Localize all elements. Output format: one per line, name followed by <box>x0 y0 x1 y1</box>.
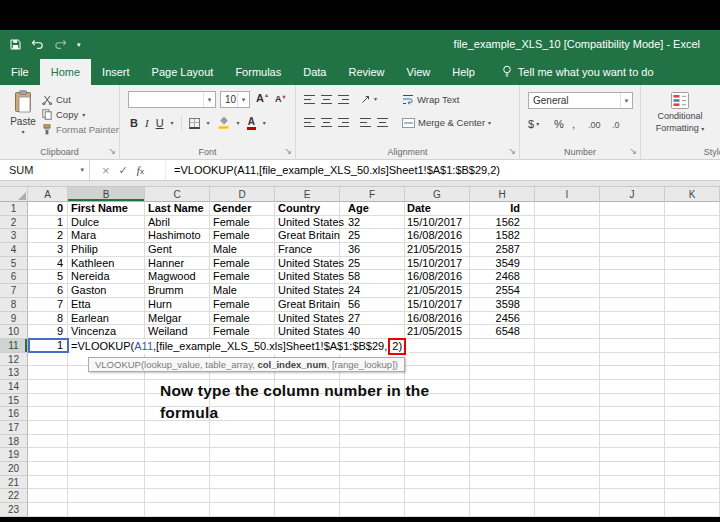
number-format-combo[interactable]: General ▾ <box>528 92 633 109</box>
cell-D19[interactable] <box>210 448 275 462</box>
decrease-font-size-button[interactable]: A▾ <box>275 94 286 104</box>
format-painter-button[interactable]: Format Painter <box>42 124 119 135</box>
orientation-button[interactable]: ▾ <box>360 93 377 105</box>
bold-button[interactable]: B <box>130 117 138 129</box>
cancel-icon[interactable]: × <box>102 164 110 177</box>
increase-decimal-button[interactable]: .00 <box>588 120 601 130</box>
cell-K22[interactable] <box>665 489 720 503</box>
cell-C7[interactable]: Brumm <box>145 284 210 298</box>
cell-A19[interactable] <box>28 448 68 462</box>
cell-C22[interactable] <box>145 489 210 503</box>
cell-C9[interactable]: Melgar <box>145 312 210 326</box>
cell-I18[interactable] <box>535 435 600 449</box>
row-header-9[interactable]: 9 <box>0 312 28 326</box>
cell-F9[interactable]: 27 <box>340 312 405 326</box>
row-header-11[interactable]: 11 <box>0 339 28 353</box>
row-header-17[interactable]: 17 <box>0 421 28 435</box>
cell-H5[interactable]: 3549 <box>470 257 535 271</box>
name-box[interactable]: SUM ▾ <box>0 160 90 180</box>
cell-I6[interactable] <box>535 270 600 284</box>
cell-K1[interactable] <box>665 202 720 216</box>
cell-G19[interactable] <box>405 448 470 462</box>
italic-button[interactable]: I <box>145 117 149 129</box>
row-header-23[interactable]: 23 <box>0 503 28 517</box>
cell-A10[interactable]: 9 <box>28 325 68 339</box>
cell-C21[interactable] <box>145 476 210 490</box>
cell-D23[interactable] <box>210 503 275 517</box>
cell-J11[interactable] <box>600 339 665 353</box>
decrease-indent-button[interactable] <box>360 118 371 127</box>
cell-H22[interactable] <box>470 489 535 503</box>
cell-A12[interactable] <box>28 353 68 367</box>
cell-D7[interactable]: Male <box>210 284 275 298</box>
cell-C20[interactable] <box>145 462 210 476</box>
cell-A15[interactable] <box>28 394 68 408</box>
cell-B7[interactable]: Gaston <box>68 284 145 298</box>
cell-J16[interactable] <box>600 407 665 421</box>
row-header-20[interactable]: 20 <box>0 462 28 476</box>
cell-F19[interactable] <box>340 448 405 462</box>
tab-data[interactable]: Data <box>292 59 337 85</box>
cell-I4[interactable] <box>535 243 600 257</box>
increase-indent-button[interactable] <box>377 118 388 127</box>
cell-K4[interactable] <box>665 243 720 257</box>
cell-B9[interactable]: Earlean <box>68 312 145 326</box>
tab-home[interactable]: Home <box>40 59 91 85</box>
column-header-H[interactable]: H <box>470 187 535 202</box>
borders-icon[interactable] <box>189 118 200 129</box>
wrap-text-button[interactable]: Wrap Text <box>402 94 459 105</box>
cell-K13[interactable] <box>665 366 720 380</box>
fill-color-icon[interactable] <box>217 117 230 129</box>
cell-F3[interactable]: 25 <box>340 229 405 243</box>
cell-I8[interactable] <box>535 298 600 312</box>
cell-J9[interactable] <box>600 312 665 326</box>
cell-F7[interactable]: 24 <box>340 284 405 298</box>
cell-H2[interactable]: 1562 <box>470 216 535 230</box>
cell-B2[interactable]: Dulce <box>68 216 145 230</box>
cell-F20[interactable] <box>340 462 405 476</box>
row-header-18[interactable]: 18 <box>0 435 28 449</box>
cell-E2[interactable]: United States <box>275 216 340 230</box>
cell-K2[interactable] <box>665 216 720 230</box>
name-box-dropdown-icon[interactable]: ▾ <box>80 166 84 174</box>
cell-G9[interactable]: 16/08/2016 <box>405 312 470 326</box>
cell-H4[interactable]: 2587 <box>470 243 535 257</box>
comma-style-button[interactable]: , <box>572 118 575 130</box>
cell-E23[interactable] <box>275 503 340 517</box>
cell-K19[interactable] <box>665 448 720 462</box>
cell-K8[interactable] <box>665 298 720 312</box>
row-header-13[interactable]: 13 <box>0 366 28 380</box>
cell-J7[interactable] <box>600 284 665 298</box>
cell-H17[interactable] <box>470 421 535 435</box>
cell-K7[interactable] <box>665 284 720 298</box>
tab-page-layout[interactable]: Page Layout <box>141 59 225 85</box>
cell-A2[interactable]: 1 <box>28 216 68 230</box>
cell-editor-B11[interactable]: =VLOOKUP(A11,[file_example_XLS_50.xls]Sh… <box>69 339 409 354</box>
tab-file[interactable]: File <box>0 59 40 85</box>
cell-E3[interactable]: Great Britain <box>275 229 340 243</box>
align-left-button[interactable] <box>304 118 315 127</box>
row-header-16[interactable]: 16 <box>0 407 28 421</box>
cell-G7[interactable]: 21/05/2015 <box>405 284 470 298</box>
cell-H12[interactable] <box>470 353 535 367</box>
cell-E7[interactable]: United States <box>275 284 340 298</box>
cell-F23[interactable] <box>340 503 405 517</box>
cell-H11[interactable] <box>470 339 535 353</box>
row-header-21[interactable]: 21 <box>0 476 28 490</box>
qat-customize-icon[interactable]: ▾ <box>77 41 81 49</box>
cell-B17[interactable] <box>68 421 145 435</box>
cell-B6[interactable]: Nereida <box>68 270 145 284</box>
cell-J2[interactable] <box>600 216 665 230</box>
row-header-2[interactable]: 2 <box>0 216 28 230</box>
cell-G10[interactable]: 21/05/2015 <box>405 325 470 339</box>
cell-J23[interactable] <box>600 503 665 517</box>
tell-me-box[interactable]: Tell me what you want to do <box>502 59 654 85</box>
dialog-launcher-icon[interactable]: ↘ <box>108 147 116 156</box>
cell-I3[interactable] <box>535 229 600 243</box>
cell-I10[interactable] <box>535 325 600 339</box>
cell-I14[interactable] <box>535 380 600 394</box>
cell-F22[interactable] <box>340 489 405 503</box>
cell-B19[interactable] <box>68 448 145 462</box>
cell-B22[interactable] <box>68 489 145 503</box>
cell-G3[interactable]: 16/08/2016 <box>405 229 470 243</box>
